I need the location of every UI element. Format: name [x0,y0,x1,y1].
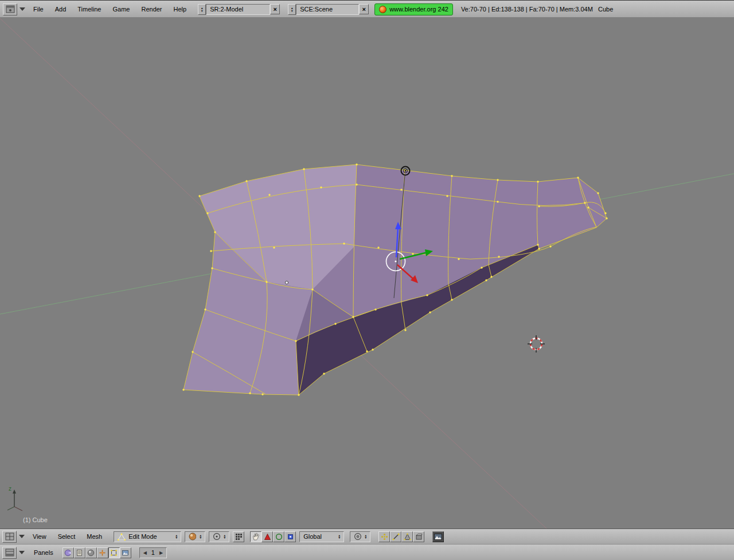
hand-icon [252,532,260,541]
chevron-down-icon [19,7,25,11]
solid-shading-icon [189,532,196,541]
occlude-geometry-button[interactable] [413,531,424,542]
edge-select-icon [392,533,400,541]
face-select-mode-button[interactable] [401,531,413,542]
mode-value: Edit Mode [128,533,157,540]
translate-manipulator-button[interactable] [261,531,273,542]
scene-close-button[interactable]: × [359,4,369,14]
scene-stats: Ve:70-70 | Ed:138-138 | Fa:70-70 | Mem:3… [461,6,613,13]
edit-mode-icon [118,533,126,541]
script-context-button[interactable] [74,547,85,558]
viewport-3d[interactable]: z (1) Cube [0,17,734,528]
active-object-label: (1) Cube [23,516,48,523]
scene-name-field[interactable]: SCE:Scene [296,4,359,15]
snap-button[interactable] [378,531,390,542]
logic-icon [64,549,72,557]
proportional-edit-icon [354,532,361,541]
buttons-window-type-button[interactable] [2,547,17,559]
blender-logo-icon [379,6,386,13]
chevron-down-icon [19,535,25,538]
dropdown-arrows-icon: ▴▾ [365,534,366,539]
editing-context-button[interactable] [108,547,120,558]
view3d-header: View Select Mesh Edit Mode ▴▾ ▴▾ ▴▾ [0,528,734,545]
menu-timeline[interactable]: Timeline [72,1,107,17]
screen-name-field[interactable]: SR:2-Model [206,4,270,15]
logic-context-button[interactable] [63,547,74,558]
face-select-icon [404,533,411,541]
manipulator-center [395,260,396,262]
menu-game[interactable]: Game [107,1,135,17]
cursor-3d[interactable] [528,335,545,353]
scene-name-value: SCE:Scene [300,6,333,13]
info-window-icon [6,5,15,13]
proportional-edit-dropdown[interactable]: ▴▾ [350,531,370,542]
info-header: File Add Timeline Game Render Help ▴▾ SR… [0,0,734,18]
shading-context-button[interactable] [85,547,97,558]
axis-z-label: z [9,485,11,492]
menu-render[interactable]: Render [135,1,167,17]
arrow-up-icon: ▴ [291,7,293,9]
screen-close-button[interactable]: × [270,4,280,14]
mode-dropdown[interactable]: Edit Mode ▴▾ [114,531,181,542]
orientation-value: Global [303,533,322,540]
scale-icon [287,533,294,541]
mesh-face-top-right [353,165,607,317]
header-collapse-arrow[interactable] [17,3,28,15]
menu-file[interactable]: File [28,1,49,17]
object-center-dot [285,281,288,284]
scene-browse-button[interactable]: ▴▾ [288,4,296,15]
arrow-down-icon: ▾ [291,10,293,12]
edge-select-mode-button[interactable] [390,531,401,542]
grid-dots-icon [235,533,243,541]
frame-next-arrow[interactable]: ▶ [159,550,163,555]
menu-view[interactable]: View [27,528,52,545]
buttons-header: Panels [0,544,734,560]
pivot-point-icon [213,532,220,541]
blender-window: File Add Timeline Game Render Help ▴▾ SR… [0,0,734,560]
render-preview-button[interactable] [432,531,444,542]
render-image-icon [434,534,442,540]
window-type-button[interactable] [3,3,17,15]
frame-number-value: 1 [151,549,155,556]
menu-select[interactable]: Select [52,528,81,545]
menu-help[interactable]: Help [168,1,193,17]
viewport-window-type-button[interactable] [2,531,17,543]
editing-icon [110,549,118,557]
script-icon [76,549,83,557]
view-axis-indicator: z [7,485,22,511]
arrow-down-icon: ▾ [201,10,203,12]
pivot-dropdown[interactable]: ▴▾ [209,531,229,542]
panels-label: Panels [30,549,57,556]
menu-add[interactable]: Add [49,1,72,17]
header-collapse-arrow[interactable] [17,531,27,542]
manipulator-toggle-button[interactable] [250,531,261,542]
version-badge: www.blender.org 242 [374,3,453,15]
buttons-window-icon [5,549,14,557]
frame-prev-arrow[interactable]: ◀ [143,550,147,555]
dropdown-arrows-icon: ▴▾ [224,534,225,539]
scene-context-button[interactable] [120,547,131,558]
header-collapse-arrow[interactable] [17,547,27,558]
viewport-canvas: z (1) Cube [0,17,734,528]
draw-type-dropdown[interactable]: ▴▾ [185,531,205,542]
dropdown-arrows-icon: ▴▾ [338,534,340,539]
screen-browse-button[interactable]: ▴▾ [198,4,206,15]
orientation-dropdown[interactable]: Global ▴▾ [299,531,344,542]
layer-grid-button[interactable] [233,531,244,542]
mesh-object[interactable] [182,163,607,395]
frame-number-stepper[interactable]: ◀ 1 ▶ [139,547,167,558]
shading-icon [87,549,95,557]
object-icon [99,549,106,557]
chevron-down-icon [19,551,25,554]
screen-name-value: SR:2-Model [210,6,243,13]
menu-mesh[interactable]: Mesh [81,528,108,545]
dropdown-arrows-icon: ▴▾ [200,534,201,539]
translate-icon [264,533,271,541]
rotate-icon [275,533,283,541]
rotate-manipulator-button[interactable] [273,531,284,542]
scale-manipulator-button[interactable] [284,531,296,542]
version-text: www.blender.org 242 [389,6,448,13]
object-context-button[interactable] [97,547,108,558]
scene-icon [122,549,129,557]
occlude-cube-icon [415,533,423,541]
